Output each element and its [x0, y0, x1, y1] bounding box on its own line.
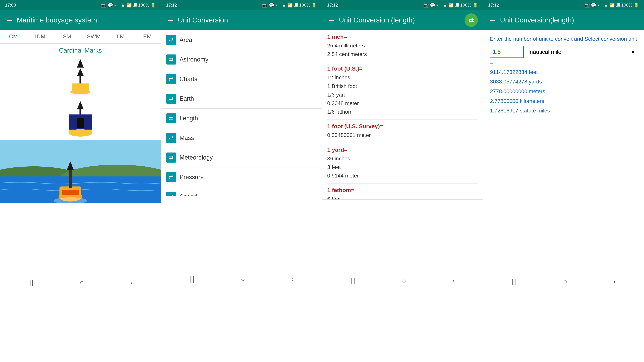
tab-lm[interactable]: LM [107, 30, 134, 43]
result-value-meters: 2778.00000000 meters [490, 87, 638, 96]
astronomy-icon: ⇄ [166, 54, 176, 64]
panel3-back-button[interactable]: ← [327, 15, 336, 25]
panel1-content: Cardinal Marks [0, 43, 161, 203]
result-value-yards: 3038.05774278 yards [490, 77, 638, 87]
list-item-earth[interactable]: ⇄ Earth [161, 89, 322, 109]
list-item-length[interactable]: ⇄ Length [161, 109, 322, 128]
tab-swm[interactable]: SWM [80, 30, 107, 43]
astronomy-label: Astronomy [180, 56, 208, 63]
list-item-astronomy[interactable]: ⇄ Astronomy [161, 50, 322, 69]
list-item-meteorology[interactable]: ⇄ Meteorology [161, 148, 322, 167]
panel2-title: Unit Conversion [178, 16, 317, 24]
result-value-statute-miles: 1.72616917 statute miles [490, 106, 638, 116]
list-item-pressure[interactable]: ⇄ Pressure [161, 167, 322, 187]
panel3-title: Unit Conversion (length) [339, 16, 461, 24]
foot-survey-header: 1 foot (U.S. Survey)= [327, 123, 478, 130]
panel-length-calculator: ← Unit Conversion(length) Enter the numb… [483, 10, 644, 362]
svg-rect-2 [80, 76, 81, 84]
panel1-back-btn[interactable]: ‹ [127, 277, 136, 288]
yard-header: 1 yard= [327, 146, 478, 153]
foot-us-values: 12 inches1 British foot1/3 yard0.3048 me… [327, 73, 478, 116]
tab-idm[interactable]: IDM [27, 30, 54, 43]
status-time-4: 17:12 [488, 2, 499, 8]
panel-length-reference: ← Unit Conversion (length) ⇄ 1 inch= 25.… [322, 10, 483, 362]
length-label: Length [180, 115, 198, 122]
panel2-appbar: ← Unit Conversion [161, 10, 322, 30]
panel4-menu-btn[interactable]: ||| [508, 276, 520, 287]
charts-label: Charts [180, 76, 198, 83]
section-inch: 1 inch= 25.4 millimeters2.54 centimeters [327, 33, 478, 62]
panel1-navbar: ||| ○ ‹ [0, 203, 161, 362]
pressure-icon: ⇄ [166, 172, 176, 182]
panel2-back-button[interactable]: ← [166, 15, 174, 25]
panel3-exchange-icon[interactable]: ⇄ [464, 13, 478, 27]
svg-rect-8 [77, 118, 84, 128]
buoy-photo-svg [0, 140, 161, 203]
charts-icon: ⇄ [166, 74, 176, 84]
tab-em[interactable]: EM [134, 30, 161, 43]
north-buoy-drawing [54, 56, 107, 96]
status-bar: 17:08 📷 💬 • ▲ 📶 .ill 100% 🔋 17:12 📷 💬 • … [0, 0, 644, 10]
panel3-home-btn[interactable]: ○ [399, 275, 410, 286]
earth-label: Earth [180, 95, 194, 102]
south-buoy-svg [54, 98, 107, 138]
panel2-navbar: ||| ○ ‹ [161, 196, 322, 362]
panel1-menu-btn[interactable]: ||| [25, 277, 37, 288]
panel3-menu-btn[interactable]: ||| [347, 275, 359, 286]
panel3-navbar: ||| ○ ‹ [322, 199, 483, 362]
area-label: Area [180, 36, 192, 43]
list-item-speed[interactable]: ⇄ Speed [161, 187, 322, 196]
panel-unit-conversion-list: ← Unit Conversion ⇄ Area ⇄ Astronomy ⇄ C… [161, 10, 322, 362]
panel4-navbar: ||| ○ ‹ [483, 201, 644, 362]
cardinal-marks-title: Cardinal Marks [59, 43, 102, 56]
section-foot-survey: 1 foot (U.S. Survey)= 0.30480061 meter [327, 123, 478, 143]
number-input[interactable] [490, 46, 524, 58]
panel4-back-button[interactable]: ← [488, 15, 497, 25]
section-foot-us: 1 foot (U.S.)= 12 inches1 British foot1/… [327, 65, 478, 120]
length-icon: ⇄ [166, 113, 176, 123]
inch-header: 1 inch= [327, 33, 478, 40]
panel1-back-button[interactable]: ← [5, 15, 14, 25]
speed-label: Speed [180, 193, 197, 196]
status-time-1: 17:08 [5, 2, 16, 8]
panel1-home-btn[interactable]: ○ [76, 277, 87, 288]
area-icon: ⇄ [166, 35, 176, 45]
section-yard: 1 yard= 36 inches3 feet0.9144 meter [327, 146, 478, 184]
status-time-2: 17:12 [166, 2, 177, 8]
status-time-3: 17:12 [327, 2, 338, 8]
list-item-charts[interactable]: ⇄ Charts [161, 69, 322, 89]
status-segment-3: 17:12 📷 💬 • ▲ 📶 .ill 100% 🔋 [322, 0, 483, 10]
panels-container: ← Maritime buoyage system CM IDM SM SWM … [0, 10, 644, 362]
north-buoy-svg [54, 57, 107, 94]
panel1-appbar: ← Maritime buoyage system [0, 10, 161, 30]
mass-icon: ⇄ [166, 133, 176, 143]
result-equals: = [490, 61, 638, 67]
panel2-back-btn[interactable]: ‹ [288, 274, 297, 285]
buoy-photo [0, 140, 161, 203]
conversion-list: ⇄ Area ⇄ Astronomy ⇄ Charts ⇄ Earth ⇄ Le… [161, 30, 322, 196]
panel4-home-btn[interactable]: ○ [560, 276, 570, 287]
status-segment-4: 17:12 📷 💬 • ▲ 📶 .ill 100% 🔋 [483, 0, 644, 10]
svg-marker-0 [77, 59, 84, 67]
yard-values: 36 inches3 feet0.9144 meter [327, 154, 478, 180]
status-icons-1: 📷 💬 • ▲ 📶 .ill 100% 🔋 [101, 2, 156, 8]
list-item-area[interactable]: ⇄ Area [161, 30, 322, 50]
svg-rect-19 [62, 190, 79, 195]
foot-us-header: 1 foot (U.S.)= [327, 65, 478, 72]
panel1-title: Maritime buoyage system [17, 16, 156, 24]
result-value-kilometers: 2.77800000 kilometers [490, 96, 638, 106]
tab-sm[interactable]: SM [54, 30, 80, 43]
panel2-home-btn[interactable]: ○ [238, 274, 248, 285]
status-segment-2: 17:12 📷 💬 • ▲ 📶 .ill 100% 🔋 [161, 0, 322, 10]
panel2-menu-btn[interactable]: ||| [186, 274, 198, 285]
panel3-appbar: ← Unit Conversion (length) ⇄ [322, 10, 483, 30]
unit-select-dropdown[interactable]: nautical mile ▾ [527, 46, 638, 58]
panel3-back-btn[interactable]: ‹ [449, 275, 458, 286]
panel4-back-btn[interactable]: ‹ [610, 276, 619, 287]
status-icons-2: 📷 💬 • ▲ 📶 .ill 100% 🔋 [262, 2, 317, 8]
tab-cm[interactable]: CM [0, 30, 27, 43]
meteorology-icon: ⇄ [166, 152, 176, 163]
fathom-header: 1 fathom= [327, 187, 478, 193]
svg-marker-5 [77, 101, 84, 109]
list-item-mass[interactable]: ⇄ Mass [161, 128, 322, 148]
